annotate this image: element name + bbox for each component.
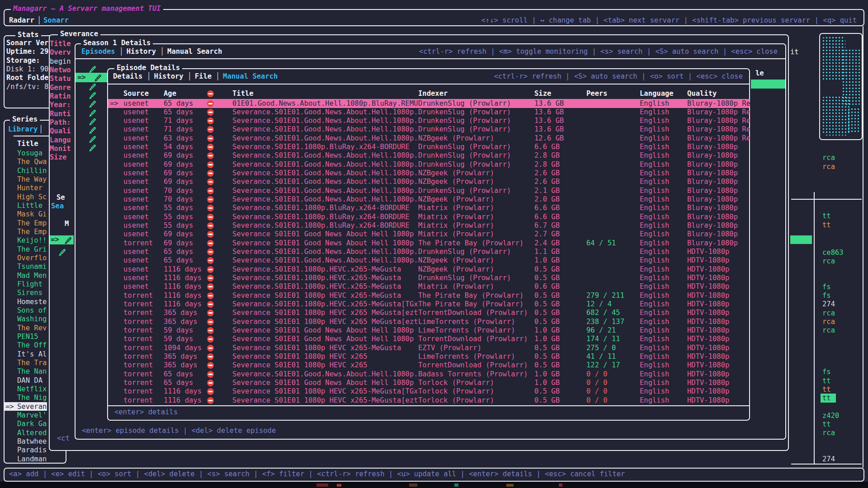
series-item[interactable]: The Emp — [17, 228, 47, 236]
series-item[interactable]: Chillin — [17, 167, 47, 175]
cell-source: torrent — [123, 344, 153, 352]
cell-quality: Bluray-1080p — [687, 239, 738, 248]
background-text-fragment: 274 — [822, 300, 835, 309]
background-text-fragment: tt — [822, 377, 831, 385]
no-entry-icon — [207, 345, 214, 352]
cell-age: 63 days — [164, 134, 193, 143]
series-item[interactable]: Landman — [17, 455, 47, 464]
background-text-fragment: ce863 — [822, 249, 844, 257]
cell-language: English — [640, 117, 669, 125]
cell-indexer: DrunkenSlug (Prowlarr) — [418, 151, 511, 160]
cell-quality: Bluray-1080p — [687, 169, 738, 178]
series-item[interactable]: High Sc — [17, 193, 47, 202]
no-entry-icon — [207, 100, 214, 107]
background-text-fragment: it — [790, 48, 799, 56]
severance-field-label: Genre — [50, 84, 71, 92]
series-item[interactable]: Paradis — [17, 446, 47, 455]
cell-quality: Bluray-1080p — [687, 160, 738, 169]
series-item[interactable]: Mad Men — [17, 272, 47, 280]
series-item[interactable]: Netflix — [17, 385, 47, 394]
series-item[interactable]: Overflo — [17, 254, 47, 263]
cell-title: Severance.S01E01.1080p.BluRay.x264-BORDU… — [232, 204, 410, 212]
episode-tabs-separator — [108, 84, 749, 84]
series-item[interactable]: The Way — [17, 175, 47, 184]
series-item-label: Severan — [17, 403, 47, 411]
tab-details[interactable]: Details — [113, 72, 142, 81]
cell-language: English — [640, 125, 669, 134]
no-entry-icon — [207, 90, 214, 97]
cell-title: Severance S01E01 Good News About Hell 10… — [232, 326, 414, 335]
cell-size: 2.7 GB — [534, 230, 560, 239]
tab-manual-search[interactable]: Manual Search — [167, 47, 222, 56]
series-item[interactable]: The Nan — [17, 367, 47, 376]
series-item[interactable]: Sons of — [17, 306, 47, 315]
cell-quality: Bluray-1080p — [687, 151, 738, 160]
series-item[interactable]: Homeste — [17, 298, 47, 306]
series-item[interactable]: Sirens — [17, 289, 42, 297]
series-item[interactable]: The Emp — [17, 219, 47, 228]
selection-marker: => — [77, 73, 86, 82]
background-text-fragment: rca — [822, 163, 835, 171]
cell-size: 6.6 GB — [534, 213, 560, 221]
cell-title: Severance.S01E01.Good.News.About.Hell.10… — [232, 256, 418, 265]
background-text-fragment: tt — [822, 394, 831, 403]
cell-quality: Bluray-1080p — [687, 143, 738, 151]
tab-radarr[interactable]: Radarr — [9, 16, 34, 25]
cell-source: torrent — [123, 335, 153, 343]
series-item[interactable]: The Off — [17, 341, 47, 350]
cell-size: 0.5 GB — [534, 318, 560, 326]
cell-size: 0.5 GB — [534, 352, 560, 361]
series-item[interactable]: Keijo!! — [17, 236, 47, 245]
cell-language: English — [640, 344, 669, 352]
cell-language: English — [640, 335, 669, 343]
cell-source: torrent — [123, 326, 153, 335]
series-item[interactable]: DAN DA — [17, 376, 42, 385]
series-item[interactable]: Dark Ga — [17, 420, 47, 428]
tab-history[interactable]: History — [154, 72, 183, 81]
cell-title: Severance S01E01 1080p HEVC x265-MeGusta — [232, 344, 401, 352]
background-window-border — [814, 192, 815, 464]
tab-manual-search[interactable]: Manual Search — [223, 72, 278, 81]
app-right-border — [863, 26, 863, 468]
selection-marker: => — [51, 235, 59, 244]
no-entry-icon — [207, 301, 214, 308]
cell-language: English — [640, 195, 669, 204]
series-item[interactable]: The Tra — [17, 359, 47, 367]
series-item[interactable]: Hunter — [17, 184, 42, 192]
series-item[interactable]: Altered — [17, 429, 47, 437]
series-item[interactable]: Little — [17, 202, 42, 210]
series-item[interactable]: PEN15 — [17, 333, 38, 341]
cell-age: 65 days — [164, 99, 193, 108]
series-item[interactable]: It's Al — [17, 350, 47, 359]
series-item[interactable]: Flight — [17, 280, 42, 289]
cell-size: 1.0 GB — [534, 256, 560, 265]
cell-language: English — [640, 151, 669, 160]
series-item[interactable]: Marvel' — [17, 411, 47, 420]
tab-history[interactable]: History — [127, 47, 156, 56]
cell-title: Severance.S01E01.Good.News.About.Hell.10… — [232, 169, 418, 178]
series-item[interactable]: The Rev — [17, 324, 47, 333]
series-item[interactable]: The Nig — [17, 394, 47, 402]
series-item[interactable]: The Gri — [17, 245, 47, 254]
cell-language: English — [640, 326, 669, 335]
tab-episodes[interactable]: Episodes — [81, 47, 115, 56]
managarr-app: Managarr — A Servarr management TUI Rada… — [0, 0, 868, 488]
cell-indexer: LimeTorrents (Prowlarr) — [418, 318, 515, 326]
cell-language: English — [640, 143, 669, 151]
tab-library[interactable]: Library — [8, 125, 38, 134]
series-item[interactable]: The Qwa — [17, 158, 47, 166]
no-entry-icon — [207, 109, 214, 116]
cell-source: usenet — [123, 195, 149, 204]
cell-language: English — [640, 379, 669, 387]
series-item[interactable]: Yosuga — [17, 149, 42, 158]
series-item[interactable]: Washing — [17, 315, 47, 324]
cell-source: usenet — [123, 230, 149, 239]
desktop-pixel-fragment — [506, 484, 514, 487]
cell-title: Severance.S01E01.Good.News.About.Hell.10… — [232, 248, 418, 256]
series-item[interactable]: Tsunami — [17, 263, 47, 271]
series-item[interactable]: Mask Gi — [17, 210, 47, 219]
tab-sonarr[interactable]: Sonarr — [43, 16, 69, 25]
series-item[interactable]: Batwhee — [17, 437, 47, 446]
tab-file[interactable]: File — [195, 72, 212, 81]
severance-field-label: Runti — [50, 110, 71, 118]
